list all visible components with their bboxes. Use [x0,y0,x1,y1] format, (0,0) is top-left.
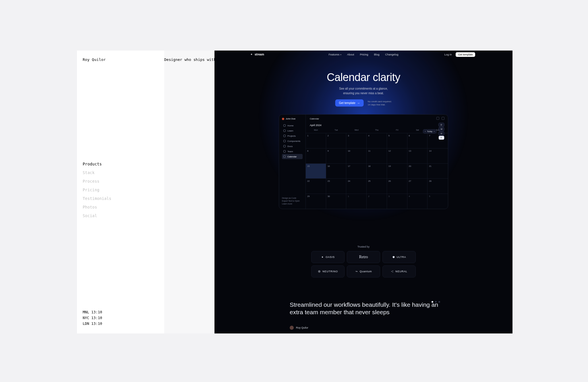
cal-cell[interactable]: 2 [367,194,387,209]
cal-side-label: Components [287,140,300,142]
cal-date: 19 [388,165,391,167]
hero-nav-features[interactable]: Features ▾ [329,53,341,56]
hero-title: Calendar clarity [214,71,512,84]
hero-sub-line1: See all your commitments at a glance, [214,86,512,91]
day-hdr: Sat [407,129,428,133]
login-link[interactable]: Log in [444,53,452,56]
logo-text: Quantum [360,270,372,273]
cal-cell[interactable]: 15 [306,163,326,179]
cal-side-calendar[interactable]: Calendar [282,154,303,159]
cal-date: 30 [328,195,330,198]
calendar-icon [283,155,286,158]
cal-date: 25 [368,180,370,182]
cal-cell[interactable]: 2 [326,133,347,148]
cal-cell[interactable]: 23 [326,178,347,194]
home-icon [283,124,286,127]
cal-cell[interactable]: 29 [306,194,326,209]
nav-products[interactable]: Products [83,160,111,168]
cal-cell[interactable]: 10 [346,148,367,163]
cal-date: 6 [409,134,410,137]
cal-side-learn[interactable]: Learn [282,128,303,133]
cal-cell[interactable]: 21 [428,163,448,179]
cal-cell[interactable]: 3 [387,194,407,209]
cal-cell[interactable]: 28 [428,178,448,194]
cal-date: 13 [409,150,411,152]
hero-nav-pricing[interactable]: Pricing [360,53,368,56]
cal-side-home[interactable]: Home [282,123,303,128]
projects-icon [283,135,286,137]
cal-body: Calendar April 2024 ‹ Today › DWMY MonTu… [306,115,448,209]
cal-cell[interactable]: 19 [387,163,407,179]
hero-nav-about[interactable]: About [347,53,354,56]
day-hdr: Tue [326,129,347,133]
nav-testimonials[interactable]: Testimonials [83,194,111,203]
cal-cell[interactable]: 8 [306,148,326,163]
cal-cell[interactable]: 9 [326,148,347,163]
cal-sidebar: John Doe HomeLearnProjectsComponentsDocs… [279,115,306,209]
logo-neutrino: NEUTRINO [311,265,345,277]
cal-side-projects[interactable]: Projects [282,133,303,138]
brand[interactable]: Roy Quilor [83,57,106,62]
docs-icon [283,145,286,147]
cal-cell[interactable]: 1 [346,194,367,209]
author-avatar [290,326,294,330]
cal-cell[interactable]: 13 [407,148,428,163]
cal-cell[interactable]: 26 [387,178,407,194]
nav-photos[interactable]: Photos [83,203,111,211]
cal-cell[interactable]: 18 [367,163,387,179]
hero-nav-changelog[interactable]: Changelog [385,53,399,56]
cal-cell[interactable]: 11 [367,148,387,163]
cal-crumb: Calendar [310,117,319,120]
cal-date: 21 [429,165,431,167]
nav-social[interactable]: Social [83,211,111,220]
cal-cell[interactable]: 3 [346,133,367,148]
hero-logo[interactable]: stream [250,53,264,56]
cal-cell[interactable]: 4 [367,133,387,148]
view-d[interactable]: D [438,123,444,127]
cal-side-label: Calendar [287,155,297,158]
hero-brand-text: stream [255,53,264,56]
logo-text: NEUTRINO [322,270,338,273]
cal-side-team[interactable]: Team [282,149,303,154]
search-icon[interactable] [436,117,439,120]
day-hdr: Wed [346,129,367,133]
cal-side-components[interactable]: Components [282,138,303,144]
cal-date: 23 [328,180,330,182]
cal-cell[interactable]: 27 [407,178,428,194]
nav-stack[interactable]: Stack [83,168,111,177]
nav-process[interactable]: Process [83,177,111,186]
cal-cell[interactable]: 5 [387,133,407,148]
cal-cell[interactable]: 7 [428,133,448,148]
cal-user[interactable]: John Doe [282,117,303,120]
cal-cell[interactable]: 1 [306,133,326,148]
cal-cell[interactable]: 4 [407,194,428,209]
day-hdr: Thu [367,129,387,133]
get-template-button[interactable]: Get template → [335,99,364,107]
cal-cell[interactable]: 24 [346,178,367,194]
cal-date: 10 [348,150,350,152]
cal-side-label: Team [287,150,293,153]
cal-footer-2: Export Text to Open [282,200,300,202]
cal-cell[interactable]: 22 [306,178,326,194]
hero-nav-blog[interactable]: Blog [374,53,380,56]
cal-cell[interactable]: 16 [326,163,347,179]
cal-cell[interactable]: 25 [367,178,387,194]
cal-cell[interactable]: 17 [346,163,367,179]
cal-cell[interactable]: 5 [428,194,448,209]
svg-point-2 [319,271,320,272]
cal-footer-3[interactable]: Learn more [282,202,300,205]
logo-text: ULTRA [397,256,406,258]
cal-cell[interactable]: 30 [326,194,347,209]
cal-cell[interactable]: 14 [428,148,448,163]
cal-date: 22 [307,180,310,182]
gear-icon[interactable] [442,117,444,120]
cal-date: 14 [429,150,431,152]
sparkle-icon [250,53,253,56]
arrow-right-icon: → [357,101,360,105]
cal-cell[interactable]: 12 [387,148,407,163]
nav-pricing[interactable]: Pricing [83,186,111,194]
cal-cell[interactable]: 20 [407,163,428,179]
get-template-pill[interactable]: Get template [456,52,475,57]
cal-cell[interactable]: 6 [407,133,428,148]
cal-side-docs[interactable]: Docs [282,144,303,149]
